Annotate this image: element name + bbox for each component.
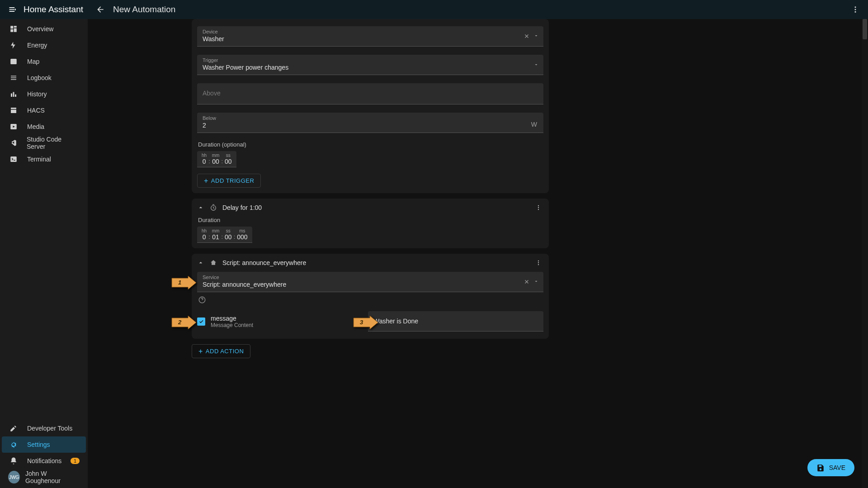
- app-title: Home Assistant: [24, 5, 87, 14]
- duration-input[interactable]: hh0 : mm01 : ss00 : ms000: [197, 227, 252, 243]
- sidebar-item-map[interactable]: Map: [2, 53, 86, 70]
- chart-icon: [8, 90, 19, 98]
- sidebar-item-settings[interactable]: Settings: [2, 436, 86, 453]
- duration-input[interactable]: hh0 : mm00 : ss00: [197, 151, 236, 167]
- sidebar-label: Studio Code Server: [27, 136, 80, 150]
- section-title: Delay for 1:00: [222, 204, 529, 211]
- svg-rect-9: [13, 92, 14, 97]
- svg-point-18: [538, 262, 539, 263]
- field-value: Washer: [203, 34, 538, 44]
- sidebar-item-overview[interactable]: Overview: [2, 21, 86, 37]
- sidebar-item-code-server[interactable]: Studio Code Server: [2, 135, 86, 151]
- sidebar-label: Overview: [27, 25, 53, 33]
- store-icon: [8, 106, 19, 114]
- section-menu[interactable]: [533, 204, 543, 211]
- sidebar-item-media[interactable]: Media: [2, 118, 86, 135]
- list-icon: [8, 74, 19, 82]
- sidebar-label: History: [27, 90, 47, 98]
- delay-card: Delay for 1:00 Duration hh0 : mm01 : ss0…: [192, 199, 549, 248]
- svg-rect-12: [10, 156, 17, 162]
- below-field[interactable]: Below 2 W: [197, 113, 543, 133]
- avatar: JWG: [8, 471, 20, 483]
- field-value: Washer Power power changes: [203, 63, 538, 73]
- above-field[interactable]: Above: [197, 83, 543, 104]
- section-menu[interactable]: [533, 260, 543, 266]
- collapse-icon[interactable]: [197, 259, 205, 266]
- sidebar-item-hacs[interactable]: HACS: [2, 102, 86, 118]
- duration-label: Duration (optional): [198, 141, 543, 148]
- save-button[interactable]: SAVE: [807, 459, 854, 476]
- field-label: Device: [203, 29, 538, 34]
- svg-point-19: [538, 264, 539, 265]
- collapse-icon[interactable]: [197, 204, 205, 211]
- sidebar-label: Media: [27, 123, 44, 130]
- topbar: Home Assistant New Automation: [0, 0, 868, 19]
- svg-point-16: [538, 209, 539, 210]
- back-button[interactable]: [91, 5, 109, 14]
- sidebar-label: HACS: [27, 107, 45, 114]
- field-value: 2: [203, 121, 538, 131]
- svg-point-15: [538, 207, 539, 208]
- section-title: Script: announce_everywhere: [222, 259, 529, 266]
- trigger-card: Device Washer Trigger Washer Power power…: [192, 19, 549, 193]
- sidebar: Overview Energy Map Logbook History HACS…: [0, 19, 88, 488]
- help-icon[interactable]: [198, 296, 543, 304]
- field-label: Service: [203, 275, 538, 280]
- sidebar-item-terminal[interactable]: Terminal: [2, 151, 86, 167]
- notification-badge: 1: [71, 458, 80, 464]
- field-placeholder: Above: [203, 89, 538, 99]
- message-row: message Message Content Washer is Done: [197, 309, 543, 333]
- scrollbar[interactable]: [862, 19, 868, 488]
- trigger-field[interactable]: Trigger Washer Power power changes: [197, 55, 543, 75]
- svg-point-14: [538, 205, 539, 206]
- add-action-button[interactable]: +ADD ACTION: [192, 344, 250, 358]
- duration-label: Duration: [198, 217, 543, 223]
- save-icon: [816, 464, 825, 472]
- dropdown-icon[interactable]: [533, 33, 539, 39]
- svg-rect-6: [10, 29, 13, 32]
- clear-icon[interactable]: [524, 279, 530, 285]
- script-card: Script: announce_everywhere Service Scri…: [192, 254, 549, 339]
- map-icon: [8, 57, 19, 66]
- timer-icon: [210, 204, 218, 211]
- svg-point-0: [855, 6, 856, 8]
- field-label: Trigger: [203, 57, 538, 63]
- dropdown-icon[interactable]: [533, 62, 539, 67]
- user-name: John W Goughenour: [25, 470, 80, 484]
- main-content: Device Washer Trigger Washer Power power…: [88, 19, 868, 488]
- svg-rect-10: [15, 95, 16, 97]
- play-icon: [8, 123, 19, 131]
- hammer-icon: [8, 424, 19, 432]
- dropdown-icon[interactable]: [533, 279, 539, 285]
- terminal-icon: [8, 155, 19, 163]
- message-input[interactable]: Washer is Done: [368, 311, 543, 332]
- device-field[interactable]: Device Washer: [197, 26, 543, 47]
- unit-suffix: W: [531, 121, 537, 128]
- sidebar-label: Notifications: [27, 457, 61, 464]
- page-title: New Automation: [113, 5, 175, 14]
- clear-icon[interactable]: [524, 33, 530, 39]
- message-checkbox[interactable]: [197, 317, 205, 326]
- svg-point-17: [538, 261, 539, 261]
- scrollbar-thumb[interactable]: [863, 19, 867, 39]
- sidebar-item-history[interactable]: History: [2, 86, 86, 102]
- sidebar-item-energy[interactable]: Energy: [2, 37, 86, 53]
- service-field[interactable]: Service Script: announce_everywhere: [197, 272, 543, 292]
- menu-toggle-icon[interactable]: [4, 5, 22, 14]
- param-subtitle: Message Content: [211, 322, 364, 328]
- sidebar-label: Map: [27, 58, 39, 65]
- gear-icon: [8, 441, 19, 449]
- field-value: Washer is Done: [373, 317, 538, 327]
- svg-point-2: [855, 11, 856, 13]
- sidebar-item-logbook[interactable]: Logbook: [2, 70, 86, 86]
- sidebar-label: Settings: [27, 441, 50, 448]
- bell-icon: [8, 457, 19, 465]
- svg-rect-4: [14, 26, 17, 28]
- header-overflow-menu[interactable]: [846, 5, 864, 14]
- sidebar-item-developer-tools[interactable]: Developer Tools: [2, 420, 86, 436]
- add-trigger-button[interactable]: +ADD TRIGGER: [197, 174, 261, 188]
- sidebar-item-user[interactable]: JWGJohn W Goughenour: [2, 469, 86, 485]
- svg-point-1: [855, 9, 856, 10]
- sidebar-label: Energy: [27, 42, 47, 49]
- sidebar-item-notifications[interactable]: Notifications1: [2, 453, 86, 469]
